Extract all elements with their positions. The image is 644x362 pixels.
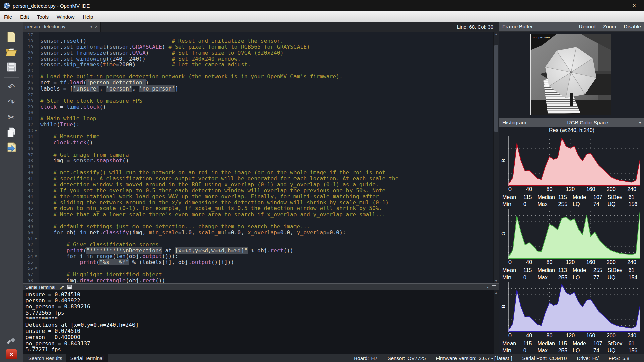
maximize-button[interactable] [605, 0, 625, 11]
color-space-select[interactable]: RGB Color Space [526, 120, 639, 126]
tab-close-icon[interactable]: × [95, 24, 98, 29]
stop-script-button[interactable]: × [6, 349, 17, 359]
code-text: # down to min_scale (0-1). For example, … [39, 205, 382, 212]
undo-button[interactable]: ↶ [5, 80, 18, 94]
menu-item-window[interactable]: Window [53, 11, 78, 22]
fold-indicator-icon[interactable]: ∨ [33, 253, 39, 259]
line-number: 35 [23, 140, 33, 146]
code-line[interactable]: 31# Main while loop [23, 116, 499, 122]
code-line[interactable]: 57 # Highlight identified object [23, 272, 499, 278]
code-line[interactable]: 54∨ for i in range(len(obj.output())): [23, 253, 499, 259]
fold-column [33, 92, 39, 98]
frame-buffer-action-zoom[interactable]: Zoom [603, 24, 616, 30]
code-line[interactable]: 34 # Measure time [23, 134, 499, 140]
code-line[interactable]: 21sensor.set_windowing((240, 240)) # Set… [23, 56, 499, 62]
code-line[interactable]: 52 # Give classification scores [23, 242, 499, 248]
connect-button[interactable] [5, 334, 18, 348]
color-space-dropdown-icon[interactable]: ▾ [639, 121, 641, 125]
code-line[interactable]: 35 clock.tick() [23, 140, 499, 146]
line-number: 33 [23, 128, 33, 134]
code-line[interactable]: 55 print("%s = %f" % (labels[i], obj.out… [23, 259, 499, 265]
collapse-terminal-icon[interactable]: ▾ [487, 285, 489, 289]
code-line[interactable]: 33∨ [23, 128, 499, 134]
code-text: clock.tick() [39, 140, 93, 146]
code-line[interactable]: 28# Star the clock to measure FPS [23, 98, 499, 104]
code-line[interactable]: 56∨ [23, 265, 499, 272]
copy-button[interactable] [5, 126, 18, 139]
redo-button[interactable]: ↷ [5, 96, 18, 109]
frame-buffer-action-record[interactable]: Record [579, 24, 596, 30]
code-line[interactable]: 17 [23, 32, 499, 38]
code-line[interactable]: 24# Load the built-in person detection n… [23, 74, 499, 80]
code-line[interactable]: 46 # down to min_scale (0-1). For exampl… [23, 205, 499, 212]
code-line[interactable]: 45 # sliding the network around in the x… [23, 200, 499, 206]
code-line[interactable]: 53 print("**********\nDetections at [x=%… [23, 248, 499, 254]
save-terminal-icon[interactable] [67, 285, 73, 290]
code-line[interactable]: 19sensor.set_pixformat(sensor.GRAYSCALE)… [23, 44, 499, 50]
code-line[interactable]: 20sensor.set_framesize(sensor.QVGA) # Se… [23, 50, 499, 56]
close-button[interactable]: × [625, 0, 644, 11]
serial-terminal-output[interactable]: unsure = 0.074510person = 0.403922no_per… [23, 290, 499, 354]
minimize-button[interactable] [586, 0, 605, 11]
tab-dropdown-icon[interactable]: ▾ [90, 25, 92, 29]
status-field: Sensor:OV7725 [388, 355, 426, 361]
editor-scrollbar[interactable]: ▲ ▼ [493, 32, 499, 283]
scroll-down-icon[interactable]: ▼ [494, 279, 499, 283]
code-line[interactable]: 47 # Note that at a lower scale there's … [23, 212, 499, 218]
clear-terminal-icon[interactable] [59, 285, 65, 290]
code-line[interactable]: 32while(True): [23, 122, 499, 128]
code-editor[interactable]: 1718sensor.reset() # Reset and initializ… [23, 32, 499, 283]
code-line[interactable]: 23 [23, 68, 499, 74]
terminal-line: 5.772565 fps [23, 310, 499, 316]
tick-label: 240 [627, 333, 636, 339]
menu-item-edit[interactable]: Edit [16, 11, 33, 22]
code-line[interactable]: 58 img.draw_rectangle(obj.rect()) [23, 278, 499, 283]
code-line[interactable]: 39 [23, 164, 499, 170]
code-line[interactable]: 49 # default settings just do one detect… [23, 224, 499, 230]
code-text: # Give classification scores [39, 242, 159, 248]
code-line[interactable]: 26labels = ['unsure', 'person', 'no_pers… [23, 86, 499, 92]
code-line[interactable]: 22sensor.skip_frames(time=2000) # Let th… [23, 62, 499, 68]
menu-item-file[interactable]: File [0, 11, 16, 22]
code-line[interactable]: 40 # net.classify() will run the network… [23, 170, 499, 176]
frame-buffer-view[interactable]: no_person [499, 32, 644, 118]
menu-item-tools[interactable]: Tools [33, 11, 53, 22]
open-file-button[interactable] [5, 45, 18, 59]
code-line[interactable]: 38 img = sensor.snapshot() [23, 158, 499, 164]
code-line[interactable]: 30 [23, 110, 499, 116]
code-text: print("**********\nDetections at [x=%d,y… [39, 248, 293, 254]
fold-column [33, 176, 39, 182]
tab-person-detector[interactable]: person_detector.py ▾ × [23, 22, 101, 32]
code-line[interactable]: 18sensor.reset() # Reset and initialize … [23, 38, 499, 44]
code-line[interactable]: 44 # the computational work load goes WA… [23, 194, 499, 200]
code-line[interactable]: 27 [23, 92, 499, 98]
terminal-scrollbar[interactable]: ▲ [494, 290, 499, 354]
bottom-tab-serial-terminal[interactable]: Serial Terminal [66, 354, 108, 362]
bottom-tab-search-results[interactable]: Search Results [24, 354, 66, 362]
editor-scrollbar-thumb[interactable] [494, 45, 498, 132]
fold-indicator-icon[interactable]: ∨ [33, 236, 39, 242]
fold-indicator-icon[interactable]: ∨ [33, 265, 39, 272]
code-line[interactable]: 50 for obj in net.classify(img, min_scal… [23, 230, 499, 236]
detach-terminal-icon[interactable] [492, 285, 496, 289]
cut-button[interactable]: ✂ [5, 111, 18, 124]
code-line[interactable]: 41 # specified). A classification score … [23, 176, 499, 182]
paste-button[interactable] [5, 141, 18, 154]
code-line[interactable]: 29clock = time.clock() [23, 104, 499, 110]
save-file-button[interactable] [5, 60, 18, 74]
new-file-button[interactable] [5, 30, 18, 44]
terminal-scroll-up-icon[interactable]: ▲ [494, 290, 499, 295]
scroll-up-icon[interactable]: ▲ [494, 32, 499, 36]
fold-indicator-icon[interactable]: ∨ [33, 128, 39, 134]
code-line[interactable]: 37 # Get image from camera [23, 152, 499, 158]
code-line[interactable]: 48 [23, 218, 499, 224]
fold-column [33, 62, 39, 68]
code-line[interactable]: 25net = tf.load('person_detection') [23, 80, 499, 86]
code-line[interactable]: 42 # detection window is moved around in… [23, 182, 499, 188]
code-line[interactable]: 43 # If you set the overlap to 0.5 then … [23, 188, 499, 194]
code-line[interactable]: 36 [23, 146, 499, 152]
frame-buffer-action-disable[interactable]: Disable [624, 24, 641, 30]
menu-item-help[interactable]: Help [78, 11, 97, 22]
code-line[interactable]: 51∨ [23, 236, 499, 242]
stat-median: Median115 [538, 194, 573, 200]
